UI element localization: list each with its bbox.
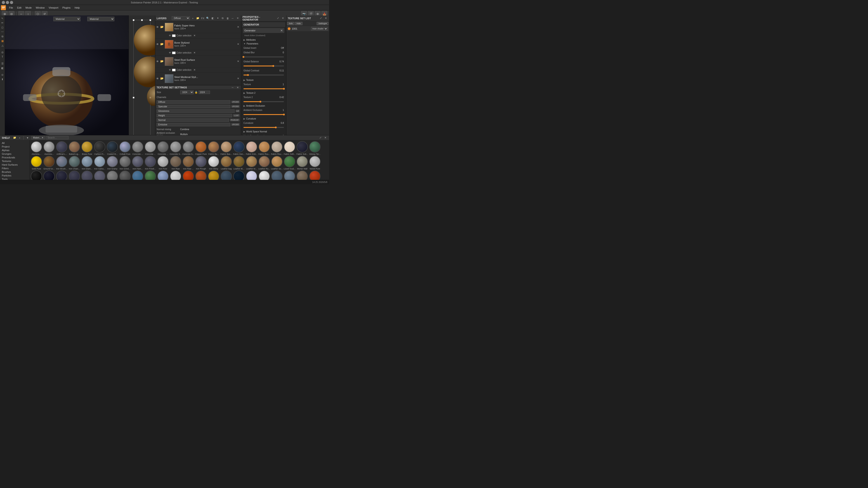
material-item[interactable]: Steel Rough bbox=[283, 170, 296, 180]
text-tool[interactable]: T bbox=[0, 55, 4, 59]
material-item[interactable]: Leather Bi... bbox=[233, 156, 245, 170]
material-item[interactable]: Fabric Soft... bbox=[283, 141, 296, 156]
tsl-expand-btn[interactable]: ⤢ bbox=[319, 16, 323, 20]
material-item[interactable]: Iron Grind... bbox=[119, 156, 131, 170]
layers-minimize-btn[interactable]: ─ bbox=[230, 16, 235, 20]
shelf-add-btn[interactable]: + bbox=[18, 136, 22, 140]
layer-close-btn[interactable]: ✕ bbox=[236, 76, 240, 80]
material-item[interactable]: Leather bag bbox=[220, 156, 232, 170]
shelf-cat-project[interactable]: Project bbox=[0, 145, 29, 149]
shelf-cat-textures[interactable]: Textures bbox=[0, 159, 29, 163]
viewport-2d-mode-select[interactable]: Material bbox=[87, 17, 114, 21]
material-item[interactable]: Iron Rough bbox=[195, 156, 207, 170]
material-item[interactable]: Glossy Ter... bbox=[309, 141, 321, 156]
layers-duplicate-btn[interactable]: ⧉ bbox=[221, 16, 225, 20]
color-sel-close-btn[interactable]: ✕ bbox=[192, 68, 196, 72]
texture2-thumb[interactable] bbox=[259, 101, 261, 103]
material-item[interactable]: SciFi PVC ... bbox=[233, 170, 245, 180]
color-sel-close-btn[interactable]: ✕ bbox=[192, 34, 196, 38]
texture-set-entry[interactable]: 1001 Main shader bbox=[286, 26, 329, 32]
layers-delete-btn[interactable]: 🗑 bbox=[225, 16, 230, 20]
layer-eye-icon[interactable]: 👁 bbox=[156, 60, 159, 63]
tss-minimize-btn[interactable]: ─ bbox=[230, 86, 235, 90]
shelf-cat-particles[interactable]: Particles bbox=[0, 174, 29, 177]
menu-window[interactable]: Window bbox=[34, 6, 46, 9]
parameters-section[interactable]: ▼ Parameters bbox=[242, 42, 285, 46]
color-picker[interactable]: ◎ bbox=[0, 50, 4, 54]
material-item[interactable]: Plastic Glo... bbox=[81, 170, 93, 180]
shelf-active-tab[interactable]: Materi... ✕ bbox=[31, 136, 45, 139]
maximize-btn[interactable] bbox=[6, 1, 9, 4]
attributes-section[interactable]: ▶ Attributes bbox=[242, 38, 285, 42]
layers-folder-btn[interactable]: 📁 bbox=[196, 16, 200, 20]
material-item[interactable]: Steel Paint... bbox=[271, 170, 283, 180]
solo-btn[interactable]: Solo bbox=[287, 22, 294, 25]
texture2-section[interactable]: ▶ Texture 2 bbox=[242, 91, 285, 95]
shader-select[interactable]: Main shader bbox=[311, 27, 328, 31]
layers-close-btn[interactable]: ✕ bbox=[236, 16, 240, 20]
material-item[interactable]: Aluminiu... bbox=[43, 141, 55, 156]
fill-tool[interactable]: ▦ bbox=[0, 39, 4, 43]
layer-item[interactable]: 👁 📂 B Bone Stylized Norm 100 ▾ bbox=[155, 38, 241, 50]
material-item[interactable]: Plastic Fab... bbox=[68, 170, 81, 180]
minimize-btn[interactable] bbox=[2, 1, 5, 4]
menu-help[interactable]: Help bbox=[73, 6, 82, 9]
material-item[interactable]: Leather Ro... bbox=[258, 156, 270, 170]
material-item[interactable]: Plastic Gri... bbox=[119, 170, 131, 180]
hide-btn[interactable]: Hide bbox=[295, 22, 303, 25]
menu-mode[interactable]: Mode bbox=[24, 6, 34, 9]
global-balance-slider[interactable] bbox=[243, 66, 284, 66]
material-item[interactable]: Leather M... bbox=[246, 156, 258, 170]
menu-file[interactable]: File bbox=[7, 6, 15, 9]
material-item[interactable]: Brass Pure bbox=[81, 141, 93, 156]
shelf-cat-procedurals[interactable]: Procedurals bbox=[0, 156, 29, 159]
eye-icon[interactable]: 👁 bbox=[169, 52, 171, 54]
shelf-cat-alphas[interactable]: Alphas bbox=[0, 149, 29, 152]
tss-close-btn[interactable]: ✕ bbox=[236, 86, 240, 90]
material-item[interactable]: Leather So... bbox=[271, 156, 283, 170]
clone-tool[interactable]: ⧉ bbox=[0, 34, 4, 38]
texture-thumb[interactable] bbox=[283, 88, 285, 90]
material-item[interactable]: SciFi Artifi... bbox=[220, 170, 232, 180]
layer-eye-icon[interactable]: 👁 bbox=[156, 26, 159, 29]
world-normal-section[interactable]: ▶ World Space Normal bbox=[242, 130, 285, 133]
layer-item[interactable]: 👁 📂 Fabric Super Hero Norm 100 ▾ bbox=[155, 21, 241, 33]
global-balance-thumb[interactable] bbox=[272, 65, 274, 67]
shelf-close-btn[interactable]: ✕ bbox=[323, 136, 327, 140]
material-item[interactable]: Baked Lig... bbox=[68, 141, 81, 156]
layer-item[interactable]: 👁 📂 Steel Rust Surface Norm 100 ▾ bbox=[155, 56, 241, 67]
shelf-cat-grunges[interactable]: Grunges bbox=[0, 152, 29, 156]
geometry-tool[interactable]: △ bbox=[0, 43, 4, 47]
paint-tool[interactable]: ✏ bbox=[0, 21, 4, 25]
material-item[interactable]: Rust Coarse bbox=[182, 170, 194, 180]
material-item[interactable]: Iron Diam... bbox=[81, 156, 93, 170]
menu-viewport[interactable]: Viewport bbox=[47, 6, 60, 9]
color-sel-close-btn[interactable]: ✕ bbox=[192, 51, 196, 55]
material-item[interactable]: Cobalt Pure bbox=[119, 141, 131, 156]
material-item[interactable]: Iron Ham... bbox=[131, 156, 144, 170]
material-item[interactable]: Mortar Wall bbox=[296, 156, 308, 170]
size-input2[interactable] bbox=[199, 91, 210, 94]
select-tool[interactable]: ↖ bbox=[0, 16, 4, 20]
material-item[interactable]: Gold Pure bbox=[30, 156, 42, 170]
layer-eye-icon[interactable]: 👁 bbox=[156, 77, 159, 80]
texture-section[interactable]: ▶ Texture bbox=[242, 78, 285, 82]
material-item[interactable]: Plastic Dia... bbox=[43, 170, 55, 180]
layer-close-btn[interactable]: ✕ bbox=[236, 25, 240, 29]
global-blur-thumb[interactable] bbox=[243, 56, 244, 58]
material-item[interactable]: Concrete S... bbox=[169, 141, 182, 156]
material-item[interactable]: Silicone C... bbox=[246, 170, 258, 180]
material-item[interactable]: Concrete S... bbox=[182, 141, 194, 156]
layers-mask-btn[interactable]: ◧ bbox=[211, 16, 215, 20]
material-item[interactable]: Fabric Den... bbox=[233, 141, 245, 156]
material-item[interactable]: Fabric Suit... bbox=[296, 141, 308, 156]
smudge-tool[interactable]: 〰 bbox=[0, 30, 4, 34]
curvature-slider[interactable] bbox=[243, 127, 284, 128]
shelf-tab-close[interactable]: ✕ bbox=[41, 136, 43, 139]
layers-effects-btn[interactable]: ✦ bbox=[216, 16, 220, 20]
material-item[interactable]: Coated M... bbox=[106, 141, 119, 156]
texture2-slider[interactable] bbox=[243, 101, 284, 102]
material-item[interactable]: Iron Brush... bbox=[56, 156, 68, 170]
eye-icon[interactable]: 👁 bbox=[169, 34, 171, 37]
layers-filter-btn[interactable]: 🔍 bbox=[206, 16, 210, 20]
